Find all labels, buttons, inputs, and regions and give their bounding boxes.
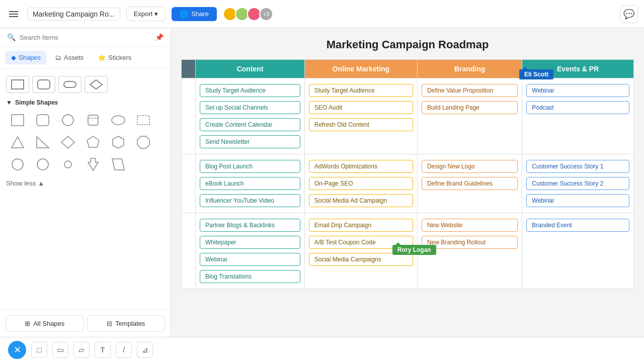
chevron-down-icon: ▼ [6,99,12,106]
shape-circle3[interactable] [31,154,54,174]
tab-assets[interactable]: 🗂 Assets [49,51,90,64]
card[interactable]: AdWords Optimizations [309,160,413,173]
card[interactable]: Send Newsletter [200,135,300,148]
search-bar: 🔍 📌 [0,28,171,47]
svg-rect-2 [64,81,76,87]
card[interactable]: Podcast [526,101,629,114]
tool-text[interactable]: T [95,342,111,358]
cell-q3-branding: New Website New Branding Rollout [417,213,522,289]
search-input[interactable] [20,34,151,41]
tool-shadow-rect[interactable]: ▭ [52,342,68,358]
avatar-group: +3 [225,7,273,21]
section-simple-shapes[interactable]: ▼ Simple Shapes [4,96,167,108]
shape-arrow-down[interactable] [82,154,105,174]
shape-parallelogram[interactable] [107,154,130,174]
templates-icon: ⊟ [107,320,112,327]
card[interactable]: Webinar [200,253,300,266]
export-button[interactable]: Export ▾ [126,7,166,21]
svg-point-17 [37,159,48,170]
shape-circle2[interactable] [6,154,29,174]
card[interactable]: SEO Audit [309,101,413,114]
card[interactable]: Set up Social Channels [200,101,300,114]
card[interactable]: Define Value Proposition [422,84,518,97]
shape-hexagon[interactable] [107,132,130,152]
card[interactable]: Partner Blogs & Backlinks [200,219,300,232]
shape-ellipse[interactable] [107,110,130,130]
shape-triangle[interactable] [6,132,29,152]
doc-title[interactable]: Marketing Campaign Ro... [27,8,120,21]
card[interactable]: Customer Success Story 1 [526,160,629,173]
card[interactable]: Customer Success Story 2 [526,177,629,190]
chevron-up-icon: ▲ [38,179,44,187]
tool-rectangle[interactable]: □ [31,342,47,358]
shape-octagon[interactable] [132,132,155,152]
canvas-area[interactable]: Marketing Campaign Roadmap Eli Scott Con… [171,28,644,337]
share-button[interactable]: 🌐 Share [172,7,217,21]
tab-stickers[interactable]: ⭐ Stickers [92,51,137,64]
shape-rect-outline[interactable] [132,110,155,130]
shapes-section: ▼ Simple Shapes [0,69,171,310]
card[interactable]: Build Landing Page [422,101,518,114]
globe-icon: 🌐 [180,10,188,18]
svg-rect-9 [137,116,149,125]
chat-button[interactable]: 💬 [620,5,638,23]
card[interactable]: Blog Translations [200,270,300,283]
templates-button[interactable]: ⊟ Templates [87,315,166,332]
show-less-button[interactable]: Show less ▲ [4,176,167,190]
close-button[interactable]: ✕ [8,341,26,359]
shape-pentagon[interactable] [82,132,105,152]
card[interactable]: Branded Event [526,219,629,232]
cell-q1-content: Study Target Audience Set up Social Chan… [196,78,305,154]
card[interactable]: Social Media Ad Campaign [309,194,413,207]
all-shapes-button[interactable]: ⊞ All Shapes [6,315,84,332]
quarter-q1: Q1 [182,78,196,154]
menu-button[interactable] [6,7,21,22]
shape-right-triangle[interactable] [31,132,54,152]
card[interactable]: Webinar [526,84,629,97]
tab-assets-label: Assets [64,54,84,61]
avatar-overflow: +3 [259,7,273,21]
shape-preview-stadium[interactable] [58,76,82,93]
pin-icon: 📌 [155,33,164,41]
card[interactable]: eBook Launch [200,177,300,190]
shape-diamond[interactable] [56,132,79,152]
card[interactable]: Social Media Campaigns [309,253,413,266]
shape-rounded-rect[interactable] [31,110,54,130]
card[interactable]: Study Target Audience [200,84,300,97]
card[interactable]: Email Drip Campaign [309,219,413,232]
card[interactable]: Refresh Old Content [309,118,413,131]
cell-q3-online: Email Drip Campaign A/B Test Coupon Code… [304,213,417,289]
tab-shapes[interactable]: ◆ Shapes [5,51,47,64]
card[interactable]: Blog Post Launch [200,160,300,173]
shape-small-circle[interactable] [56,154,79,174]
cell-q1-branding: Define Value Proposition Build Landing P… [417,78,522,154]
tool-line[interactable]: / [116,342,132,358]
card[interactable]: Define Brand Guidelines [422,177,518,190]
tool-pen[interactable]: ⊿ [137,342,153,358]
card[interactable]: Webinar [526,194,629,207]
card[interactable]: A/B Test Coupon Code [309,236,413,249]
card[interactable]: New Branding Rollout [422,236,518,249]
card[interactable]: Influencer YouTube Video [200,194,300,207]
svg-marker-11 [37,137,49,148]
card[interactable]: Whitepaper [200,236,300,249]
card[interactable]: New Website [422,219,518,232]
search-icon: 🔍 [7,33,16,41]
svg-rect-1 [38,80,50,89]
card[interactable]: Design New Logo [422,160,518,173]
card[interactable]: Create Content Calendar [200,118,300,131]
svg-point-8 [112,116,125,125]
quick-shapes [4,73,167,96]
shape-process[interactable] [82,110,105,130]
shape-preview-rounded[interactable] [32,76,55,93]
card[interactable]: On-Page SEO [309,177,413,190]
svg-marker-3 [90,80,102,89]
quarter-q3: Q3 [182,213,196,289]
shape-square[interactable] [6,110,29,130]
tool-frame[interactable]: ▱ [73,342,90,358]
shape-preview-diamond-sm[interactable] [85,76,108,93]
card[interactable]: Study Target Audience [309,84,413,97]
sidebar: 🔍 📌 ◆ Shapes 🗂 Assets ⭐ Stickers [0,28,171,337]
shape-preview-rect[interactable] [6,76,29,93]
shape-circle[interactable] [56,110,79,130]
